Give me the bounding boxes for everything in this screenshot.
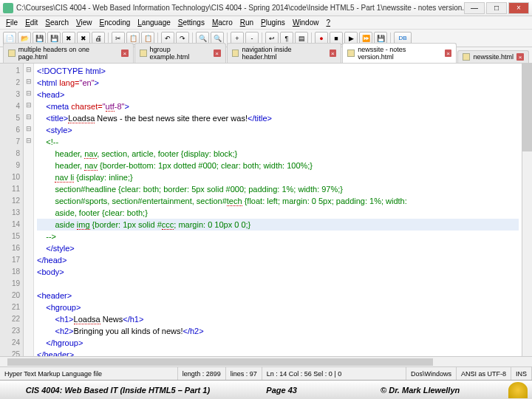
code-line[interactable]: <html lang="en"> — [37, 77, 519, 89]
code-line[interactable]: <meta charset="utf-8"> — [37, 100, 519, 112]
code-line[interactable]: <title>Loadsa News - the best news site … — [37, 112, 519, 124]
code-line[interactable] — [37, 278, 519, 290]
tab-label: hgroup example.html — [150, 46, 211, 61]
code-line[interactable]: aside, footer {clear: both;} — [37, 207, 519, 219]
footer-copyright: © Dr. Mark Llewellyn — [332, 386, 508, 395]
editor-area: 1234567891011121314151617181920212223242… — [0, 64, 532, 356]
code-line[interactable]: header, nav, section, article, footer {d… — [37, 148, 519, 160]
tab-file[interactable]: multiple headers on one page.html× — [3, 43, 134, 63]
tab-close-icon[interactable]: × — [330, 50, 337, 57]
menu-window[interactable]: Window — [290, 18, 322, 27]
menu-view[interactable]: View — [73, 18, 95, 27]
code-line[interactable]: header, nav {border-bottom: 1px dotted #… — [37, 160, 519, 171]
status-encoding: ANSI as UTF-8 — [457, 367, 511, 380]
menu-settings[interactable]: Settings — [175, 18, 208, 27]
close-button[interactable]: × — [508, 2, 529, 14]
status-cursor-pos: Ln : 14 Col : 56 Sel : 0 | 0 — [262, 367, 406, 380]
code-line[interactable]: aside img {border: 1px solid #ccc; margi… — [37, 219, 519, 231]
menu-bar: FileEditSearchViewEncodingLanguageSettin… — [0, 16, 532, 30]
tab-file[interactable]: hgroup example.html× — [134, 43, 226, 63]
menu-run[interactable]: Run — [237, 18, 256, 27]
slide-footer: CIS 4004: Web Based IT (Inside HTML5 – P… — [0, 380, 532, 399]
title-bar: C:\Courses\CIS 4004 - Web Based Informat… — [0, 0, 532, 16]
status-bar: Hyper Text Markup Language file length :… — [0, 366, 532, 380]
tab-label: newssite - notes version.html — [358, 46, 442, 61]
status-length: length : 2899 — [178, 367, 226, 380]
menu-search[interactable]: Search — [42, 18, 72, 27]
code-line[interactable]: section#sports, section#entertainment, s… — [37, 195, 519, 207]
window-controls: — □ × — [464, 2, 529, 14]
window-title: C:\Courses\CIS 4004 - Web Based Informat… — [16, 4, 464, 12]
code-line[interactable]: section#headline {clear: both; border: 5… — [37, 183, 519, 195]
maximize-button[interactable]: □ — [486, 2, 507, 14]
footer-page: Page 43 — [231, 386, 332, 395]
tab-label: multiple headers on one page.html — [18, 46, 118, 61]
code-line[interactable]: <h1>Loadsa News</h1> — [37, 313, 519, 325]
file-icon — [140, 50, 147, 57]
menu-encoding[interactable]: Encoding — [97, 18, 134, 27]
tab-close-icon[interactable]: × — [445, 50, 452, 57]
app-icon — [3, 3, 13, 13]
line-number-gutter: 1234567891011121314151617181920212223242… — [0, 64, 24, 356]
menu-plugins[interactable]: Plugins — [258, 18, 288, 27]
code-line[interactable]: <h2>Bringing you all kinds of news!</h2> — [37, 325, 519, 337]
scrollbar-thumb[interactable] — [522, 64, 532, 151]
tab-file[interactable]: newssite.html× — [457, 50, 529, 63]
tab-bar: multiple headers on one page.html×hgroup… — [0, 47, 532, 64]
code-line[interactable]: --> — [37, 231, 519, 242]
tab-file[interactable]: newssite - notes version.html× — [342, 43, 457, 63]
status-insert-mode: INS — [511, 367, 532, 380]
tab-label: navigation inside header.html — [242, 46, 326, 61]
code-line[interactable]: <!-- — [37, 136, 519, 148]
code-line[interactable]: </head> — [37, 254, 519, 266]
code-line[interactable]: <head> — [37, 89, 519, 100]
file-icon — [8, 50, 16, 57]
file-icon — [463, 53, 470, 61]
status-eol: Dos\Windows — [406, 367, 457, 380]
vertical-scrollbar[interactable] — [522, 64, 532, 356]
status-file-type: Hyper Text Markup Language file — [0, 367, 178, 380]
code-line[interactable]: <body> — [37, 266, 519, 278]
status-lines: lines : 97 — [226, 367, 262, 380]
ucf-logo-icon — [508, 382, 528, 398]
tab-label: newssite.html — [473, 53, 514, 61]
tab-close-icon[interactable]: × — [214, 50, 221, 57]
scrollbar-thumb[interactable] — [7, 358, 433, 366]
code-line[interactable]: <header> — [37, 290, 519, 301]
code-line[interactable]: </hgroup> — [37, 337, 519, 349]
code-line[interactable]: <!DOCTYPE html> — [37, 65, 519, 77]
code-line[interactable]: nav li {display: inline;} — [37, 171, 519, 183]
code-line[interactable]: </style> — [37, 242, 519, 254]
separator — [227, 33, 228, 44]
tab-close-icon[interactable]: × — [516, 53, 524, 61]
menu-edit[interactable]: Edit — [22, 18, 41, 27]
footer-course: CIS 4004: Web Based IT (Inside HTML5 – P… — [4, 386, 231, 395]
code-editor[interactable]: <!DOCTYPE html><html lang="en"><head> <m… — [34, 64, 522, 356]
menu-macro[interactable]: Macro — [209, 18, 236, 27]
code-line[interactable]: <hgroup> — [37, 301, 519, 313]
menu-language[interactable]: Language — [134, 18, 174, 27]
menu-?[interactable]: ? — [323, 18, 333, 27]
file-icon — [347, 50, 355, 57]
fold-gutter[interactable]: ⊟⊟⊟⊟⊟⊟⊟ — [24, 64, 34, 356]
minimize-button[interactable]: — — [464, 2, 485, 14]
tab-close-icon[interactable]: × — [121, 50, 129, 57]
code-line[interactable]: </header> — [37, 349, 519, 356]
menu-file[interactable]: File — [3, 18, 21, 27]
horizontal-scrollbar[interactable] — [0, 356, 532, 366]
code-line[interactable]: <style> — [37, 124, 519, 136]
tab-file[interactable]: navigation inside header.html× — [227, 43, 342, 63]
file-icon — [232, 50, 239, 57]
